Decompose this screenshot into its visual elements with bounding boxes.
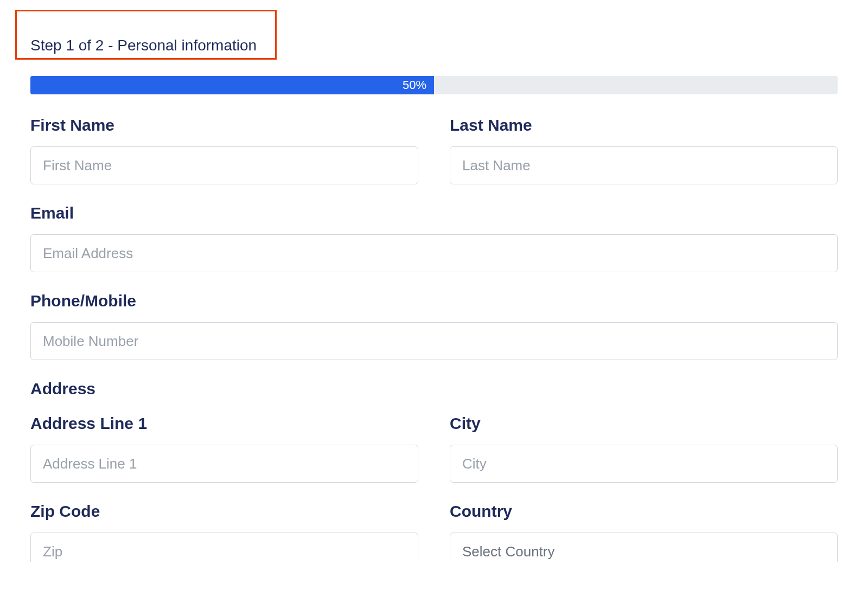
- zip-label: Zip Code: [30, 502, 418, 521]
- phone-input[interactable]: [30, 322, 838, 360]
- last-name-input[interactable]: [450, 146, 838, 184]
- progress-track: 50%: [30, 76, 838, 94]
- country-label: Country: [450, 502, 838, 521]
- progress-percent-label: 50%: [403, 78, 426, 92]
- country-select-value: Select Country: [462, 543, 555, 560]
- last-name-label: Last Name: [450, 116, 838, 134]
- progress-fill: 50%: [30, 76, 434, 94]
- first-name-label: First Name: [30, 116, 418, 134]
- zip-input[interactable]: [30, 533, 418, 562]
- email-input[interactable]: [30, 234, 838, 272]
- step-header-wrapper: Step 1 of 2 - Personal information: [0, 0, 868, 72]
- step-indicator: Step 1 of 2 - Personal information: [0, 0, 868, 72]
- city-label: City: [450, 414, 838, 433]
- country-select[interactable]: Select Country: [450, 533, 838, 562]
- address1-label: Address Line 1: [30, 414, 418, 433]
- phone-label: Phone/Mobile: [30, 292, 838, 310]
- first-name-input[interactable]: [30, 146, 418, 184]
- email-label: Email: [30, 204, 838, 222]
- address1-input[interactable]: [30, 445, 418, 483]
- city-input[interactable]: [450, 445, 838, 483]
- address-section-heading: Address: [30, 380, 838, 398]
- form-container: First Name Last Name Email Phone/Mobile …: [0, 116, 868, 562]
- progress-container: 50%: [30, 76, 838, 94]
